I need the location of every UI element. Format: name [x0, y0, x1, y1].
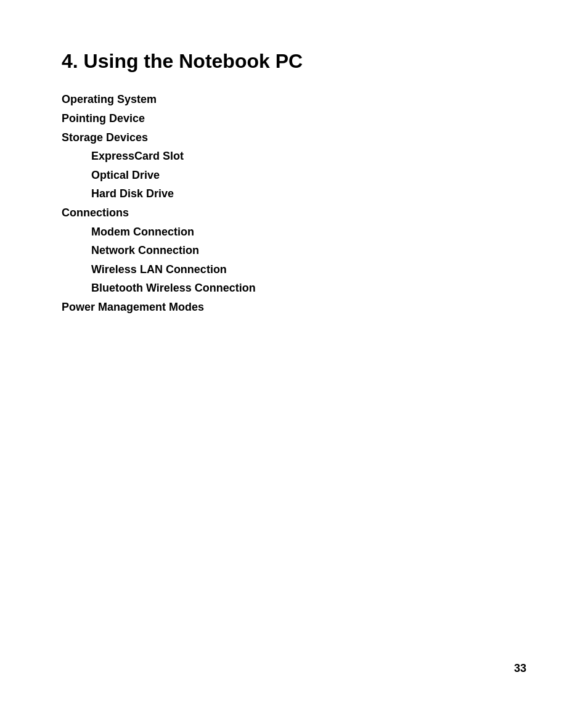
- page-number: 33: [514, 662, 526, 675]
- toc-item: Network Connection: [62, 241, 526, 260]
- toc-item: Storage Devices: [62, 128, 526, 147]
- toc-item: Optical Drive: [62, 166, 526, 185]
- toc-item: Operating System: [62, 90, 526, 109]
- toc-item: Modem Connection: [62, 223, 526, 242]
- chapter-title: 4. Using the Notebook PC: [62, 49, 526, 73]
- page-content: 4. Using the Notebook PC Operating Syste…: [0, 0, 588, 366]
- toc-item: Power Management Modes: [62, 298, 526, 317]
- toc-item: Hard Disk Drive: [62, 184, 526, 203]
- toc-item: Wireless LAN Connection: [62, 260, 526, 279]
- toc-item: ExpressCard Slot: [62, 147, 526, 166]
- toc-item: Pointing Device: [62, 109, 526, 128]
- toc-list: Operating SystemPointing DeviceStorage D…: [62, 90, 526, 316]
- toc-item: Connections: [62, 203, 526, 223]
- toc-item: Bluetooth Wireless Connection: [62, 279, 526, 298]
